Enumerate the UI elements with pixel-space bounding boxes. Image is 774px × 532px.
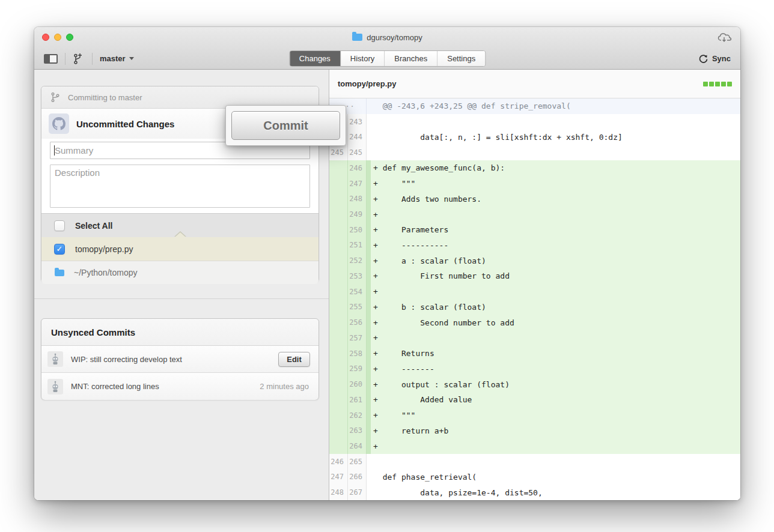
- diff-added-row[interactable]: 262+ """: [329, 408, 740, 423]
- diff-marker-strip: [367, 98, 371, 114]
- diff-hunk-row[interactable]: ··· @@ -243,6 +243,25 @@ def stripe_remo…: [329, 98, 740, 114]
- diff-marker-strip: [367, 253, 371, 268]
- diff-added-row[interactable]: 247+ """: [329, 176, 740, 192]
- diff-old-line-number: 245: [329, 145, 348, 160]
- main-content: Committing to master Uncommitted Changes: [34, 70, 740, 500]
- diff-new-line-number: 258: [348, 346, 367, 361]
- diff-added-row[interactable]: 250+ Parameters: [329, 222, 740, 238]
- diff-context-row[interactable]: 245245: [329, 145, 740, 160]
- diff-marker-strip: [367, 238, 371, 253]
- branch-icon: [50, 92, 60, 103]
- diff-new-line-number: 253: [348, 268, 367, 284]
- diff-added-row[interactable]: 249+: [329, 207, 740, 222]
- diff-code-text: + return a+b: [371, 426, 740, 435]
- diff-marker-strip: [367, 160, 371, 176]
- diff-context-row[interactable]: 247266 def phase_retrieval(: [329, 470, 740, 485]
- diff-new-line-number: 262: [348, 408, 367, 423]
- diff-marker-strip: [367, 145, 371, 160]
- diff-old-line-number: [329, 346, 348, 361]
- toolbar-separator: [65, 53, 66, 65]
- commit-button[interactable]: Commit: [231, 111, 340, 140]
- diff-added-row[interactable]: 254+: [329, 284, 740, 300]
- diff-stat-block: [715, 82, 720, 86]
- avatar: [47, 379, 63, 394]
- diff-added-row[interactable]: 257+: [329, 330, 740, 346]
- folder-icon: [352, 34, 362, 41]
- diff-added-row[interactable]: 260+ output : scalar (float): [329, 376, 740, 392]
- diff-marker-strip: [367, 268, 371, 284]
- diff-added-row[interactable]: 255+ b : scalar (float): [329, 300, 740, 315]
- diff-added-row[interactable]: 258+ Returns: [329, 346, 740, 361]
- window-title-area: dgursoy/tomopy: [34, 27, 740, 47]
- tab-history[interactable]: History: [341, 51, 385, 66]
- repository-row[interactable]: ~/Python/tomopy: [41, 261, 318, 284]
- window-title: dgursoy/tomopy: [367, 33, 422, 42]
- tab-branches[interactable]: Branches: [385, 51, 437, 66]
- sync-icon: [698, 53, 708, 64]
- diff-marker-strip: [367, 346, 371, 361]
- diff-context-row[interactable]: 246265: [329, 454, 740, 470]
- unsynced-commits-header: Unsynced Commits: [41, 319, 318, 346]
- create-branch-icon[interactable]: [73, 52, 85, 65]
- text-caret: [54, 145, 55, 156]
- diff-added-row[interactable]: 263+ return a+b: [329, 423, 740, 438]
- desktop-background: dgursoy/tomopy: [0, 0, 774, 532]
- edit-button[interactable]: Edit: [278, 352, 310, 367]
- folder-icon: [55, 270, 64, 276]
- diff-added-row[interactable]: 252+ a : scalar (float): [329, 253, 740, 268]
- diff-added-row[interactable]: 256+ Second number to add: [329, 315, 740, 330]
- diff-old-line-number: [329, 300, 348, 315]
- diff-marker-strip: [367, 361, 371, 376]
- file-checkbox[interactable]: [54, 244, 65, 255]
- diff-marker-strip: [367, 330, 371, 346]
- branch-name: master: [100, 54, 126, 63]
- unsynced-commits-panel: Unsynced Commits WI: [41, 318, 319, 400]
- diff-old-line-number: 248: [329, 485, 348, 500]
- file-name: tomopy/prep.py: [75, 244, 133, 254]
- diff-new-line-number: 267: [348, 485, 367, 500]
- changed-file-row[interactable]: tomopy/prep.py: [41, 237, 318, 261]
- diff-marker-strip: [367, 376, 371, 392]
- diff-context-row[interactable]: 244244 data[:, n, :] = sli[xshft:dx + xs…: [329, 129, 740, 145]
- diff-marker-strip: [367, 438, 371, 454]
- cloud-download-icon[interactable]: [718, 32, 732, 43]
- commit-row[interactable]: WIP: still correcting develop text Edit: [41, 346, 318, 373]
- diff-added-row[interactable]: 246+ def my_awesome_func(a, b):: [329, 160, 740, 176]
- diff-added-row[interactable]: 261+ Added value: [329, 392, 740, 408]
- diff-old-line-number: [329, 253, 348, 268]
- diff-context-row[interactable]: 248267 data, psize=1e-4, dist=50,: [329, 485, 740, 500]
- diff-old-line-number: [329, 423, 348, 438]
- diff-old-line-number: [329, 222, 348, 238]
- description-input[interactable]: [50, 165, 310, 208]
- diff-added-row[interactable]: 248+ Adds two numbers.: [329, 191, 740, 207]
- commit-row[interactable]: MNT: corrected long lines 2 minutes ago: [41, 373, 318, 400]
- diff-old-line-number: [329, 176, 348, 192]
- diff-new-line-number: 255: [348, 300, 367, 315]
- diff-marker-strip: [367, 454, 371, 470]
- diff-code-text: + First number to add: [371, 271, 740, 280]
- diff-added-row[interactable]: 259+ -------: [329, 361, 740, 376]
- diff-old-line-number: [329, 207, 348, 222]
- diff-added-row[interactable]: 253+ First number to add: [329, 268, 740, 284]
- tab-changes[interactable]: Changes: [290, 51, 341, 66]
- diff-new-line-number: 245: [348, 145, 367, 160]
- branch-selector[interactable]: master: [100, 54, 134, 63]
- select-all-label: Select All: [75, 221, 113, 231]
- uncommitted-changes-title: Uncommitted Changes: [76, 119, 174, 129]
- sync-label: Sync: [712, 54, 731, 63]
- diff-context-row[interactable]: 243243: [329, 114, 740, 130]
- diff-old-line-number: [329, 268, 348, 284]
- diff-added-row[interactable]: 264+: [329, 438, 740, 454]
- diff-old-line-number: [329, 361, 348, 376]
- diff-marker-strip: [367, 470, 371, 485]
- selection-notch: [175, 232, 186, 237]
- sidebar-toggle-icon[interactable]: [44, 54, 58, 64]
- tab-settings[interactable]: Settings: [437, 51, 485, 66]
- titlebar: dgursoy/tomopy: [34, 27, 740, 47]
- sync-button[interactable]: Sync: [698, 47, 731, 70]
- select-all-checkbox[interactable]: [54, 220, 65, 231]
- diff-added-row[interactable]: 251+ ----------: [329, 238, 740, 253]
- diff-marker-strip: [367, 392, 371, 408]
- diff-new-line-number: 252: [348, 253, 367, 268]
- diff-code-text: + """: [371, 411, 740, 420]
